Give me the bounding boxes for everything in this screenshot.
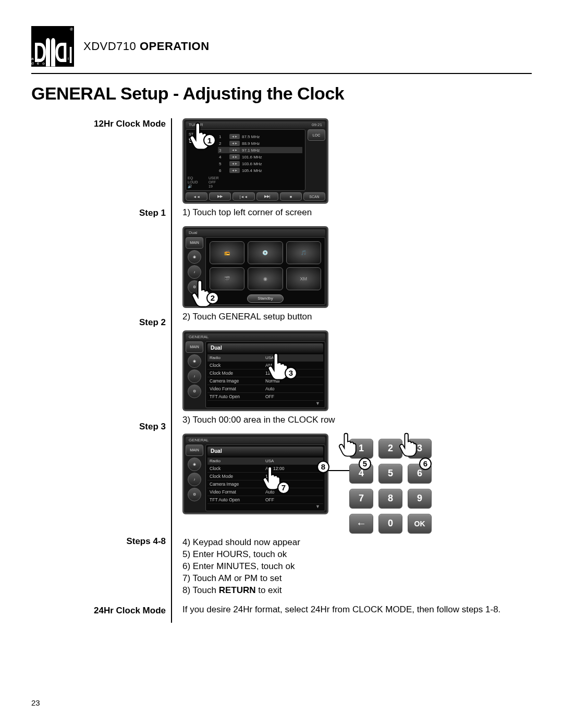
settings-row[interactable]: Clock Mode12Hr [207, 473, 323, 480]
model-title: XDVD710 OPERATION [83, 40, 210, 53]
left-column: 12Hr Clock Mode Step 1 Step 2 Step 3 Ste… [31, 118, 172, 623]
settings-row[interactable]: RadioUSA [207, 354, 323, 362]
signal-icon: ◄► [229, 141, 240, 146]
main-button[interactable]: MAIN [186, 445, 203, 456]
steps-4-8-label: Steps 4-8 [31, 536, 166, 547]
main-button[interactable]: MAIN [186, 341, 203, 353]
settings-row[interactable]: Video FormatAuto [207, 385, 323, 393]
side-icon[interactable]: ♪ [188, 473, 201, 486]
screen-general-keypad: GENERAL MAIN ◉ ♪ ⚙ Dual RadioUSA [182, 434, 328, 514]
step-2-block: Dual MAIN ◉ ♪ ⚙ 📻 💿 🎵 🎬 [182, 226, 532, 323]
step-3-label: Step 3 [31, 422, 166, 432]
step-1-block: TUNER 09:21 ST 97.1 MHz 1◄►87.5 MHz [182, 118, 532, 219]
side-icon[interactable]: ♪ [188, 265, 201, 279]
xm-icon[interactable]: XM [286, 267, 321, 290]
callout-bubble: 8 [317, 461, 329, 473]
menu-icon[interactable]: ◉ [248, 267, 283, 290]
settings-row[interactable]: Camera ImageNormal [207, 377, 323, 385]
keypad-key[interactable]: 7 [349, 489, 373, 509]
instruction-3: 3) Touch 00:00 area in the CLOCK row [182, 414, 532, 426]
menu-icon[interactable]: 📻 [210, 241, 244, 264]
scan-button[interactable]: SCAN [303, 192, 325, 201]
keypad-key[interactable]: 8 [378, 489, 402, 509]
settings-row[interactable]: ClockAM 12:00 [207, 362, 323, 369]
side-icon[interactable]: ⚙ [188, 488, 201, 501]
standby-button[interactable]: Standby [247, 294, 284, 303]
foot-button[interactable]: ▶▶| [256, 192, 278, 201]
callout-bubble: 3 [285, 367, 297, 379]
keypad-key[interactable]: 0 [378, 514, 402, 534]
foot-button[interactable]: ▶▶ [209, 192, 231, 201]
foot-button[interactable]: ■ [280, 192, 302, 201]
dual-logo: ® D D l a u d i o • v i d e o [31, 26, 74, 67]
page-title: GENERAL Setup - Adjusting the Clock [31, 83, 532, 104]
menu-icon[interactable]: 💿 [248, 241, 283, 264]
settings-row[interactable]: TFT Auto OpenOFF [207, 393, 323, 401]
screen-menu: Dual MAIN ◉ ♪ ⚙ 📻 💿 🎵 🎬 [182, 226, 328, 308]
keypad-ok[interactable]: OK [408, 514, 432, 534]
callout-bubble: 2 [206, 292, 219, 304]
screen-radio: TUNER 09:21 ST 97.1 MHz 1◄►87.5 MHz [182, 118, 328, 204]
mode-24-text: If you desire 24Hr format, select 24Hr f… [182, 604, 532, 616]
ipod-icon[interactable]: 🎵 [286, 241, 321, 264]
settings-row[interactable]: ClockAM 12:00 [207, 465, 323, 473]
foot-button[interactable]: ◄◄ [186, 192, 207, 201]
step-2-label: Step 2 [31, 317, 166, 328]
main-button[interactable]: MAIN [186, 237, 203, 249]
foot-button[interactable]: |◄◄ [232, 192, 254, 201]
preset-list: 1◄►87.5 MHz 2◄►88.9 MHz 3◄►97.1 MHz 4◄►1… [218, 133, 302, 174]
mode-12-label: 12Hr Clock Mode [31, 118, 166, 130]
callout-bubble: 7 [277, 482, 290, 494]
side-icon[interactable]: ⚙ [188, 280, 201, 294]
instructions-4-8: 4) Keypad should now appear 5) Enter HOU… [182, 537, 532, 597]
preset-row: 5◄►103.6 MHz [218, 161, 302, 167]
keypad-key[interactable]: 9 [408, 489, 432, 509]
right-column: TUNER 09:21 ST 97.1 MHz 1◄►87.5 MHz [172, 118, 532, 623]
preset-row: 6◄►105.4 MHz [218, 167, 302, 174]
side-icon[interactable]: ◉ [188, 458, 201, 471]
side-icon[interactable]: ⚙ [188, 385, 201, 398]
screen-general: GENERAL MAIN ◉ ♪ ⚙ Dual RadioUSA ClockAM… [182, 330, 328, 411]
keypad-key[interactable]: 1 [349, 439, 373, 459]
signal-icon: ◄► [229, 154, 240, 159]
arrow-down-icon[interactable]: ▼ [207, 504, 323, 509]
preset-row: 4◄►101.6 MHz [218, 154, 302, 160]
mode-24-label: 24Hr Clock Mode [31, 605, 166, 616]
divider [31, 73, 532, 74]
volume-icon: 🔊 [188, 184, 209, 189]
screen-brand: Dual [207, 447, 323, 456]
loc-button[interactable]: LOC [308, 129, 325, 141]
arrow-down-icon[interactable]: ▼ [207, 401, 323, 406]
keypad-back[interactable]: ← [349, 514, 373, 534]
settings-row[interactable]: Clock Mode12Hr [207, 369, 323, 377]
step-1-label: Step 1 [31, 208, 166, 218]
instruction-2: 2) Touch GENERAL setup button [182, 311, 532, 323]
settings-row[interactable]: Camera ImageNormal [207, 480, 323, 488]
callout-bubble: 6 [419, 458, 432, 470]
preset-row: 1◄►87.5 MHz [218, 133, 302, 140]
settings-row[interactable]: Video FormatAuto [207, 488, 323, 496]
keypad: 1 2 3 4 5 6 7 8 9 ← 0 OK 5 [349, 439, 432, 534]
signal-icon: ◄► [229, 134, 240, 139]
menu-icon[interactable]: 🎬 [210, 267, 244, 290]
side-icon[interactable]: ♪ [188, 369, 201, 383]
callout-bubble: 1 [203, 134, 216, 146]
settings-row[interactable]: RadioUSA [207, 458, 323, 465]
preset-row: 2◄►88.9 MHz [218, 140, 302, 146]
callout-bubble: 5 [359, 458, 371, 470]
steps-4-8-block: GENERAL MAIN ◉ ♪ ⚙ Dual RadioUSA [182, 434, 532, 597]
instruction-1: 1) Touch top left corner of screen [182, 207, 532, 219]
logo-subtext: a u d i o • v i d e o [31, 56, 74, 66]
signal-icon: ◄► [229, 168, 240, 173]
side-icon[interactable]: ◉ [188, 250, 201, 264]
keypad-key[interactable]: 5 [378, 464, 402, 484]
preset-row: 3◄►97.1 MHz [218, 147, 302, 153]
screen-brand: Dual [207, 343, 323, 353]
keypad-key[interactable]: 3 [408, 439, 432, 459]
side-icon[interactable]: ◉ [188, 354, 201, 368]
keypad-key[interactable]: 2 [378, 439, 402, 459]
settings-row[interactable]: TFT Auto OpenOFF [207, 496, 323, 504]
header: ® D D l a u d i o • v i d e o XDVD710 OP… [31, 26, 532, 67]
content: 12Hr Clock Mode Step 1 Step 2 Step 3 Ste… [31, 118, 532, 623]
signal-icon: ◄► [229, 161, 240, 166]
